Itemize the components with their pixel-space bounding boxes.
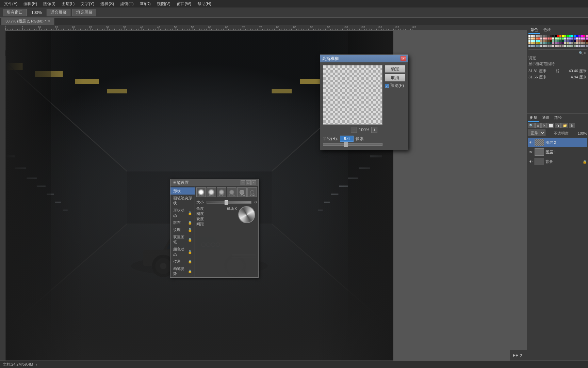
color-swatch[interactable] [571, 40, 573, 42]
color-swatch[interactable] [559, 37, 561, 40]
color-swatch[interactable] [564, 45, 566, 47]
color-swatch[interactable] [536, 35, 538, 37]
color-swatch[interactable] [581, 42, 583, 44]
brush-sidebar-pose[interactable]: 画笔姿势 🔒 [170, 265, 195, 277]
color-swatch[interactable] [543, 35, 545, 37]
menu-file[interactable]: 文件(F) [1, 0, 20, 7]
menu-select[interactable]: 选择(S) [98, 0, 117, 7]
color-swatch[interactable] [552, 37, 554, 40]
color-swatch[interactable] [538, 40, 540, 42]
gaussian-slider-thumb[interactable] [344, 142, 348, 147]
color-swatch[interactable] [536, 40, 538, 42]
color-swatch[interactable] [559, 35, 561, 37]
layer-2-visibility-icon[interactable]: 👁 [528, 140, 533, 145]
color-swatch[interactable] [543, 42, 545, 44]
brush-preset-2[interactable]: 2335 [207, 187, 216, 197]
color-swatch[interactable] [538, 42, 540, 44]
color-swatch[interactable] [533, 42, 535, 44]
zoom-in-button[interactable]: + [371, 127, 377, 133]
status-arrow[interactable]: › [36, 363, 37, 367]
color-swatch[interactable] [552, 40, 554, 42]
gaussian-radius-input[interactable] [340, 136, 354, 142]
layer-item-1[interactable]: 👁 图层 1 [528, 147, 587, 157]
color-swatch[interactable] [550, 37, 552, 40]
color-swatch[interactable] [555, 35, 557, 37]
color-swatch[interactable] [574, 42, 576, 44]
color-swatch[interactable] [555, 40, 557, 42]
menu-filter[interactable]: 滤镜(T) [117, 0, 136, 7]
color-swatch[interactable] [528, 35, 530, 37]
color-swatch[interactable] [562, 35, 564, 37]
color-swatch[interactable] [552, 45, 554, 47]
color-swatch[interactable] [536, 42, 538, 44]
background-visibility-icon[interactable]: 👁 [528, 159, 533, 164]
color-swatch[interactable] [569, 42, 571, 44]
color-swatch[interactable] [540, 42, 542, 44]
color-swatch[interactable] [533, 45, 535, 47]
color-swatch[interactable] [576, 45, 578, 47]
color-swatch[interactable] [552, 42, 554, 44]
tab-channels[interactable]: 通道 [540, 114, 552, 122]
layer-item-2[interactable]: 👁 图层 2 [528, 138, 587, 147]
color-swatch[interactable] [545, 37, 547, 40]
brush-size-thumb[interactable] [225, 200, 228, 205]
brush-size-reset-icon[interactable]: ↺ [254, 200, 257, 204]
layers-fx-icon[interactable]: fx [541, 123, 547, 128]
color-swatch[interactable] [536, 45, 538, 47]
color-swatch[interactable] [578, 40, 581, 42]
color-swatch[interactable] [586, 37, 588, 40]
color-swatch[interactable] [562, 45, 564, 47]
menu-text[interactable]: 文字(Y) [78, 0, 97, 7]
color-swatch[interactable] [574, 35, 576, 37]
color-swatch[interactable] [531, 35, 533, 37]
gaussian-cancel-button[interactable]: 取消 [385, 74, 405, 81]
color-swatch[interactable] [536, 37, 538, 40]
color-swatch[interactable] [586, 45, 588, 47]
tab-close-button[interactable]: × [48, 19, 50, 23]
color-swatch[interactable] [576, 42, 578, 44]
fit-screen-button[interactable]: 适合屏幕 [47, 9, 70, 16]
color-swatch[interactable] [540, 37, 542, 40]
brush-sidebar-color-dynamics[interactable]: 颜色动态 🔒 [170, 246, 195, 258]
layers-delete-icon[interactable]: 🗑 [569, 123, 575, 128]
color-swatch[interactable] [545, 42, 547, 44]
menu-edit[interactable]: 编辑(E) [21, 0, 40, 7]
color-swatch[interactable] [545, 40, 547, 42]
color-swatch[interactable] [576, 40, 578, 42]
color-swatch[interactable] [564, 35, 566, 37]
color-swatch[interactable] [583, 37, 585, 40]
color-swatch[interactable] [548, 45, 550, 47]
menu-3d[interactable]: 3D(D) [137, 1, 153, 7]
color-swatch[interactable] [571, 35, 573, 37]
color-swatch[interactable] [567, 42, 569, 44]
fill-screen-button[interactable]: 填充屏幕 [72, 9, 96, 16]
brush-minimize-button[interactable]: − [241, 180, 245, 185]
color-swatch[interactable] [581, 37, 583, 40]
menu-window[interactable]: 窗口(W) [174, 0, 194, 7]
brush-preset-6[interactable]: 3000 [247, 187, 257, 197]
color-swatch[interactable] [567, 35, 569, 37]
layers-mask-icon[interactable]: ⬜ [548, 123, 554, 128]
color-swatch[interactable] [548, 37, 550, 40]
color-swatch[interactable] [562, 40, 564, 42]
brush-sidebar-shape-dynamics[interactable]: 形状动态 🔒 [170, 207, 195, 219]
color-swatch[interactable] [569, 45, 571, 47]
color-swatch[interactable] [538, 37, 540, 40]
color-swatch[interactable] [583, 35, 585, 37]
color-swatch[interactable] [586, 35, 588, 37]
color-swatch[interactable] [571, 45, 573, 47]
color-swatch[interactable] [586, 40, 588, 42]
layers-adj-icon[interactable]: ◑ [555, 123, 561, 128]
color-swatch[interactable] [569, 37, 571, 40]
color-swatch[interactable] [576, 35, 578, 37]
brush-angle-wheel[interactable] [238, 206, 257, 225]
color-swatch[interactable] [557, 37, 559, 40]
color-swatch[interactable] [533, 37, 535, 40]
color-swatch[interactable] [528, 45, 530, 47]
color-swatch[interactable] [567, 45, 569, 47]
color-swatch[interactable] [571, 42, 573, 44]
color-swatch[interactable] [555, 42, 557, 44]
color-swatch[interactable] [550, 40, 552, 42]
color-swatch[interactable] [574, 40, 576, 42]
document-tab[interactable]: 38.7% (图层 2, RGB/8) * × [1, 18, 54, 25]
